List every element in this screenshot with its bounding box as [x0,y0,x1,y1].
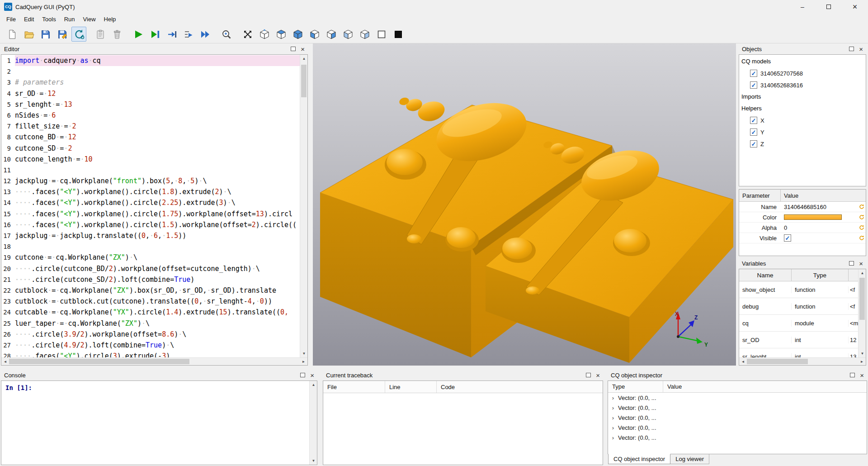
reset-property-icon[interactable] [858,225,866,230]
scroll-up-arrow[interactable]: ▲ [310,381,317,389]
minimize-button[interactable]: – [789,0,816,14]
view-right-button[interactable] [357,27,372,42]
console-input-area[interactable]: In [1]: [1,381,309,465]
view-front-button[interactable] [307,27,322,42]
scroll-up-arrow[interactable]: ▲ [859,269,866,277]
debug-button[interactable] [147,27,162,42]
scroll-down-arrow[interactable]: ▼ [859,350,866,357]
scroll-left-arrow[interactable]: ◄ [739,358,747,366]
tree-item-3140652707568[interactable]: ✓3140652707568 [739,67,866,79]
scroll-left-arrow[interactable]: ◄ [1,358,9,366]
expand-arrow-icon[interactable]: › [608,414,618,421]
variable-row-debug[interactable]: debugfunction<f [739,298,858,315]
inspector-row[interactable]: ›Vector: (0.0, ... [608,403,867,413]
float-icon[interactable] [849,47,854,51]
dock-close-button[interactable]: × [859,372,865,379]
dock-close-button[interactable]: × [309,372,315,379]
menu-tools[interactable]: Tools [38,14,60,24]
clipboard-button[interactable] [93,27,108,42]
menu-edit[interactable]: Edit [20,14,38,24]
view-bottom-button[interactable] [290,27,305,42]
scroll-down-arrow[interactable]: ▼ [300,350,307,357]
menu-run[interactable]: Run [60,14,79,24]
view-back-button[interactable] [324,27,339,42]
tree-item-z[interactable]: ✓Z [739,138,866,150]
property-value[interactable] [781,214,858,220]
tree-item-x[interactable]: ✓X [739,114,866,126]
inspector-row[interactable]: ›Vector: (0.0, ... [608,393,867,403]
float-icon[interactable] [291,47,296,51]
visibility-checkbox[interactable]: ✓ [750,128,757,136]
maximize-button[interactable] [816,0,842,14]
menu-view[interactable]: View [79,14,100,24]
debug-step-button[interactable] [164,27,179,42]
autoreload-button[interactable] [71,27,86,42]
code-editor[interactable]: 1import·cadquery·as·cq23# parameters4sr_… [1,55,300,357]
variables-vertical-scrollbar[interactable]: ▲ ▼ [858,269,866,357]
visibility-checkbox[interactable]: ✓ [750,81,757,89]
expand-arrow-icon[interactable]: › [608,395,618,401]
property-value[interactable]: 0 [781,224,858,231]
new-file-button[interactable] [5,27,19,42]
editor-horizontal-scrollbar[interactable]: ◄ ► [1,357,307,365]
visibility-checkbox[interactable]: ✓ [750,117,757,124]
property-value[interactable]: ✓ [781,234,858,242]
float-icon[interactable] [850,373,855,377]
variables-horizontal-scrollbar[interactable]: ◄ ► [739,357,866,365]
dock-close-button[interactable]: × [300,46,306,52]
variable-row-sr_lenght[interactable]: sr_lenghtint13 [739,348,858,357]
float-icon[interactable] [586,373,591,377]
float-icon[interactable] [849,261,854,266]
reset-property-icon[interactable] [858,235,866,241]
open-file-button[interactable] [21,27,36,42]
shaded-button[interactable] [391,27,406,42]
tree-item-3140652683616[interactable]: ✓3140652683616 [739,79,866,91]
tab-cq-object-inspector[interactable]: CQ object inspector [608,454,670,464]
variable-row-show_object[interactable]: show_objectfunction<f [739,281,858,298]
close-button[interactable]: × [842,0,868,14]
save-button[interactable] [38,27,53,42]
delete-button[interactable] [109,27,124,42]
dock-close-button[interactable]: × [595,372,601,379]
float-icon[interactable] [300,373,305,377]
inspector-row[interactable]: ›Vector: (0.0, ... [608,433,867,442]
run-button[interactable] [131,27,146,42]
reset-property-icon[interactable] [858,214,866,220]
tree-group-imports[interactable]: Imports [739,91,866,103]
menu-help[interactable]: Help [100,14,120,24]
dock-close-button[interactable]: × [858,46,864,52]
inspector-row[interactable]: ›Vector: (0.0, ... [608,423,867,433]
menu-file[interactable]: File [2,14,20,24]
visibility-checkbox[interactable]: ✓ [750,70,757,77]
continue-button[interactable] [198,27,212,42]
tree-group-helpers[interactable]: Helpers [739,103,866,114]
expand-arrow-icon[interactable]: › [608,424,618,431]
property-value[interactable]: 3140646685160 [781,204,858,210]
tab-log-viewer[interactable]: Log viewer [670,454,709,464]
tree-item-y[interactable]: ✓Y [739,126,866,138]
fit-all-button[interactable] [240,27,255,42]
3d-viewport[interactable]: X Z Y [313,43,736,366]
scrollbar-thumb[interactable] [859,278,865,320]
scroll-up-arrow[interactable]: ▲ [300,55,307,62]
console-vertical-scrollbar[interactable]: ▲ ▼ [309,381,317,465]
zoom-fit-button[interactable] [219,27,234,42]
reset-property-icon[interactable] [858,204,866,209]
dock-close-button[interactable]: × [858,260,864,267]
color-swatch[interactable] [784,214,842,220]
visible-checkbox[interactable]: ✓ [784,234,791,242]
save-as-button[interactable] [55,27,70,42]
wireframe-button[interactable] [374,27,389,42]
scrollbar-thumb[interactable] [9,359,189,364]
scroll-down-arrow[interactable]: ▼ [310,457,317,465]
visibility-checkbox[interactable]: ✓ [750,140,757,147]
debug-next-button[interactable] [181,27,196,42]
scroll-right-arrow[interactable]: ► [858,358,866,366]
inspector-row[interactable]: ›Vector: (0.0, ... [608,413,867,423]
expand-arrow-icon[interactable]: › [608,434,618,441]
tree-group-cq-models[interactable]: CQ models [739,56,866,67]
view-top-button[interactable] [274,27,288,42]
view-isometric-button[interactable] [257,27,272,42]
editor-vertical-scrollbar[interactable]: ▲ ▼ [300,55,307,357]
variable-row-sr_OD[interactable]: sr_ODint12 [739,332,858,348]
